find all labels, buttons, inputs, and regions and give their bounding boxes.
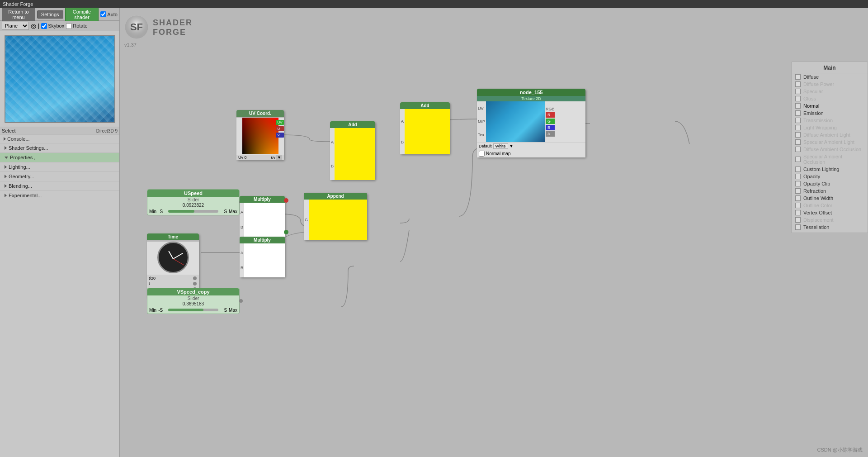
right-panel: Main Diffuse Diffuse Power Specular Glos… xyxy=(791,62,868,233)
settings-button[interactable]: Settings xyxy=(37,10,63,19)
diffuse-checkbox[interactable] xyxy=(795,74,801,80)
console-label: Console... xyxy=(7,136,30,142)
default-btn[interactable]: White xyxy=(493,143,508,149)
section-shader-settings[interactable]: Shader Settings... xyxy=(0,143,119,152)
prop-light-wrapping[interactable]: Light Wrapping xyxy=(792,124,868,131)
auto-checkbox[interactable] xyxy=(100,11,106,17)
console-item[interactable]: Console... xyxy=(0,134,119,143)
multiply-node-2[interactable]: Multiply A B xyxy=(240,237,285,277)
uspeed-header: USpeed xyxy=(147,190,239,197)
time-out-t: t xyxy=(148,281,198,286)
transmission-checkbox[interactable] xyxy=(795,118,801,123)
uspeed-track[interactable] xyxy=(168,210,218,213)
tessellation-checkbox[interactable] xyxy=(795,224,801,230)
return-to-menu-button[interactable]: Return to menu xyxy=(2,8,35,21)
specular-ambient-occlusion-checkbox[interactable] xyxy=(795,157,801,162)
diffuse-power-checkbox[interactable] xyxy=(795,81,801,87)
divider: | xyxy=(38,23,39,29)
prop-normal[interactable]: Normal xyxy=(792,102,868,109)
section-geometry[interactable]: Geometry... xyxy=(0,171,119,181)
preview-mode-icon[interactable]: ◎ xyxy=(31,22,36,29)
section-lighting[interactable]: Lighting... xyxy=(0,162,119,171)
multiply-node-1[interactable]: Multiply A B xyxy=(240,196,285,237)
add-node-2[interactable]: Add A B xyxy=(400,102,450,154)
prop-opacity-clip[interactable]: Opacity Clip xyxy=(792,180,868,187)
mul2-input-a: A xyxy=(241,251,243,255)
prop-specular[interactable]: Specular xyxy=(792,88,868,95)
console-arrow xyxy=(4,137,6,141)
prop-diffuse-ambient-light[interactable]: Diffuse Ambient Light xyxy=(792,131,868,138)
add2-input-a: A xyxy=(401,119,404,124)
prop-displacement[interactable]: Displacement xyxy=(792,216,868,224)
prop-vertex-offset[interactable]: Vertex Offset xyxy=(792,209,868,216)
canvas-area[interactable]: SF SHADER FORGE v1.37 UV Coord. xyxy=(120,8,868,457)
uv-type-btn[interactable]: ▼ xyxy=(276,155,282,160)
gloss-checkbox[interactable] xyxy=(795,96,801,101)
mul1-input-b: B xyxy=(241,225,243,229)
light-wrapping-checkbox[interactable] xyxy=(795,125,801,130)
prop-outline-width[interactable]: Outline Width xyxy=(792,195,868,202)
prop-emission[interactable]: Emission xyxy=(792,109,868,117)
vspeed-node[interactable]: VSpeed_copy Slider 0.3695183 Min -S S Ma… xyxy=(147,288,240,314)
refraction-checkbox[interactable] xyxy=(795,188,801,194)
prop-diffuse[interactable]: Diffuse xyxy=(792,73,868,81)
section-blending[interactable]: Blending... xyxy=(0,181,119,190)
uv-output: UV xyxy=(276,120,283,125)
section-label: Geometry... xyxy=(9,174,34,179)
tex-g-channel: G xyxy=(546,119,555,124)
prop-transmission[interactable]: Transmission xyxy=(792,117,868,124)
custom-lighting-checkbox[interactable] xyxy=(795,167,801,172)
prop-outline-color[interactable]: Outline Color xyxy=(792,202,868,209)
prop-tessellation[interactable]: Tessellation xyxy=(792,224,868,231)
tex-r-channel: R xyxy=(546,112,555,118)
vspeed-track[interactable] xyxy=(168,309,218,311)
outline-width-checkbox[interactable] xyxy=(795,195,801,201)
multiply2-body: A B xyxy=(240,243,285,277)
prop-specular-ambient-occlusion[interactable]: Specular Ambient Occlusion xyxy=(792,153,868,166)
normal-checkbox[interactable] xyxy=(795,103,801,109)
texture-node[interactable]: node_155 Texture 2D UV MIP Tex RGB R G B… xyxy=(477,89,585,157)
uv-coord-node[interactable]: UV Coord. UV U V Uv 0 uv ▼ xyxy=(236,110,284,160)
skybox-checkbox[interactable] xyxy=(41,23,47,29)
plane-select[interactable]: Plane xyxy=(2,22,29,30)
normal-label: Normal xyxy=(803,103,819,109)
rotate-checkbox[interactable] xyxy=(66,23,72,29)
specular-ambient-occlusion-label: Specular Ambient Occlusion xyxy=(803,154,864,165)
prop-specular-ambient-light[interactable]: Specular Ambient Light xyxy=(792,138,868,146)
default-arrow[interactable]: ▼ xyxy=(509,144,514,148)
prop-opacity[interactable]: Opacity xyxy=(792,173,868,180)
section-properties[interactable]: Properties , xyxy=(0,152,119,162)
opacity-clip-checkbox[interactable] xyxy=(795,181,801,186)
opacity-checkbox[interactable] xyxy=(795,174,801,179)
vspeed-slider-row: Min -S S Max xyxy=(147,306,239,314)
add-node-1[interactable]: Add A B xyxy=(330,121,375,180)
compile-shader-button[interactable]: Compile shader xyxy=(65,8,99,21)
diffuse-ambient-occlusion-checkbox[interactable] xyxy=(795,147,801,152)
emission-checkbox[interactable] xyxy=(795,110,801,116)
default-label: Default xyxy=(479,144,492,148)
v-output: V xyxy=(276,133,283,138)
tessellation-label: Tessellation xyxy=(803,224,829,230)
prop-diffuse-power[interactable]: Diffuse Power xyxy=(792,81,868,88)
select-row: Select Direct3D 9 xyxy=(0,127,119,134)
append-node[interactable]: Append G xyxy=(304,193,367,240)
prop-gloss[interactable]: Gloss xyxy=(792,95,868,102)
wires-svg xyxy=(120,8,868,457)
uv-row: Uv 0 uv ▼ xyxy=(236,155,284,160)
prop-diffuse-ambient-occlusion[interactable]: Diffuse Ambient Occlusion xyxy=(792,146,868,153)
uspeed-node[interactable]: USpeed Slider 0.0923822 Min -S S Max xyxy=(147,189,240,215)
normalmap-checkbox[interactable] xyxy=(479,151,485,157)
section-experimental[interactable]: Experimental... xyxy=(0,190,119,200)
prop-refraction[interactable]: Refraction xyxy=(792,187,868,195)
outline-color-checkbox[interactable] xyxy=(795,203,801,208)
sf-version: v1.37 xyxy=(124,42,137,48)
vertex-offset-checkbox[interactable] xyxy=(795,210,801,215)
specular-ambient-light-checkbox[interactable] xyxy=(795,139,801,145)
specular-checkbox[interactable] xyxy=(795,89,801,94)
section-label: Blending... xyxy=(9,183,32,189)
tex-rgb-label: RGB xyxy=(546,107,555,111)
diffuse-ambient-light-checkbox[interactable] xyxy=(795,132,801,138)
prop-custom-lighting[interactable]: Custom Lighting xyxy=(792,166,868,173)
displacement-checkbox[interactable] xyxy=(795,217,801,223)
clock-min-hand xyxy=(173,253,183,259)
